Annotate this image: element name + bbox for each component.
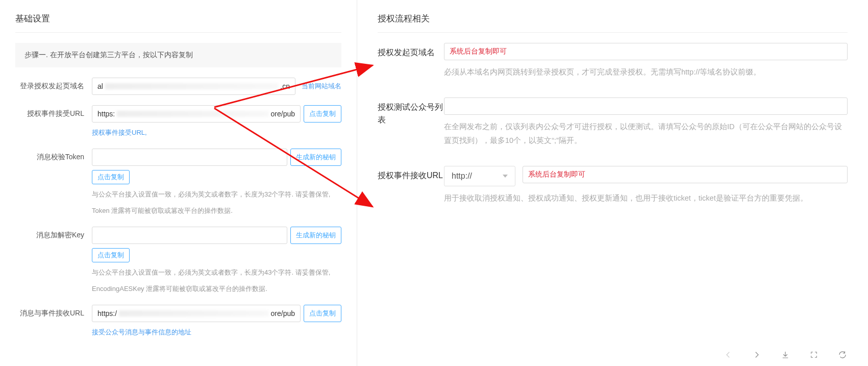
token-input[interactable]: [92, 149, 287, 166]
gen-aeskey-button[interactable]: 生成新的秘钥: [290, 227, 341, 244]
domain-suffix: .cn: [280, 82, 290, 90]
label-auth-domain: 授权发起页域名: [378, 43, 444, 59]
auth-domain-help: 必须从本域名内网页跳转到登录授权页，才可完成登录授权。无需填写http://等域…: [444, 65, 848, 80]
aeskey-helper-2: EncodingAESKey 泄露将可能被窃取或篡改平台的操作数据.: [92, 283, 341, 295]
copy-aeskey-button[interactable]: 点击复制: [92, 248, 130, 262]
copy-msg-url-button[interactable]: 点击复制: [304, 305, 341, 322]
event-url-prefix: https:: [97, 110, 115, 118]
right-panel: 授权流程相关 授权发起页域名 必须从本域名内网页跳转到登录授权页，才可完成登录授…: [357, 0, 868, 366]
event-url-suffix: ore/pub: [271, 110, 295, 118]
next-icon[interactable]: [752, 350, 762, 360]
row-auth-event-url: 授权事件接收URL http:// 用于接收取消授权通知、授权成功通知、授权更新…: [378, 166, 848, 206]
refresh-icon[interactable]: [837, 350, 848, 360]
test-accounts-input[interactable]: [444, 97, 848, 115]
token-helper-2: Token 泄露将可能被窃取或篡改平台的操作数据.: [92, 205, 341, 216]
label-msg-url: 消息与事件接收URL: [15, 305, 92, 318]
row-msg-url: 消息与事件接收URL https:/ ore/pub 点击复制 接受公众号消息与…: [15, 305, 341, 338]
blurred-url: [117, 111, 268, 117]
event-url-helper: 授权事件接受URL,: [92, 127, 341, 138]
label-aeskey: 消息加解密Key: [15, 227, 92, 240]
label-auth-event-url: 授权事件接收URL: [378, 166, 444, 182]
left-title: 基础设置: [15, 13, 341, 33]
login-domain-input[interactable]: al .cn: [92, 78, 295, 95]
token-helper-1: 与公众平台接入设置值一致，必须为英文或者数字，长度为32个字符. 请妥善保管,: [92, 188, 341, 200]
row-test-accounts: 授权测试公众号列表 在全网发布之前，仅该列表内公众号才可进行授权，以便测试。请填…: [378, 97, 848, 148]
auth-event-url-help: 用于接收取消授权通知、授权成功通知、授权更新通知，也用于接收ticket，tic…: [444, 191, 848, 206]
gen-token-button[interactable]: 生成新的秘钥: [290, 149, 341, 166]
left-panel: 基础设置 步骤一. 在开放平台创建第三方平台，按以下内容复制 登录授权发起页域名…: [0, 0, 357, 366]
current-domain-link[interactable]: 当前网站域名: [302, 82, 341, 91]
label-test-accounts: 授权测试公众号列表: [378, 97, 444, 127]
step-header: 步骤一. 在开放平台创建第三方平台，按以下内容复制: [15, 43, 341, 67]
event-url-input[interactable]: https: ore/pub: [92, 105, 301, 123]
test-accounts-help: 在全网发布之前，仅该列表内公众号才可进行授权，以便测试。请填写公众号的原始ID（…: [444, 120, 848, 148]
label-event-url: 授权事件接受URL: [15, 105, 92, 118]
msg-url-suffix: ore/pub: [271, 309, 295, 318]
msg-url-helper: 接受公众号消息与事件信息的地址: [92, 326, 341, 338]
auth-domain-input[interactable]: [444, 43, 848, 60]
auth-event-url-input[interactable]: [523, 166, 848, 183]
copy-token-button[interactable]: 点击复制: [92, 170, 130, 184]
row-token: 消息校验Token 生成新的秘钥 点击复制 与公众平台接入设置值一致，必须为英文…: [15, 149, 341, 216]
viewer-toolbar: [723, 350, 848, 360]
prev-icon[interactable]: [723, 350, 733, 360]
blurred-domain: [105, 83, 278, 89]
msg-url-input[interactable]: https:/ ore/pub: [92, 305, 301, 322]
right-title: 授权流程相关: [378, 13, 848, 33]
aeskey-helper-1: 与公众平台接入设置值一致，必须为英文或者数字，长度为43个字符. 请妥善保管,: [92, 266, 341, 278]
row-auth-domain: 授权发起页域名 必须从本域名内网页跳转到登录授权页，才可完成登录授权。无需填写h…: [378, 43, 848, 80]
protocol-select[interactable]: http://: [444, 166, 515, 186]
protocol-value: http://: [452, 172, 472, 181]
row-aeskey: 消息加解密Key 生成新的秘钥 点击复制 与公众平台接入设置值一致，必须为英文或…: [15, 227, 341, 295]
copy-event-url-button[interactable]: 点击复制: [304, 105, 341, 123]
fullscreen-icon[interactable]: [809, 350, 819, 360]
chevron-down-icon: [503, 175, 508, 178]
blurred-msg-url: [119, 310, 268, 316]
row-event-url: 授权事件接受URL https: ore/pub 点击复制 授权事件接受URL,: [15, 105, 341, 138]
row-login-domain: 登录授权发起页域名 al .cn 当前网站域名: [15, 78, 341, 95]
aeskey-input[interactable]: [92, 227, 287, 244]
msg-url-prefix: https:/: [97, 309, 117, 318]
label-login-domain: 登录授权发起页域名: [15, 78, 92, 91]
label-token: 消息校验Token: [15, 149, 92, 162]
download-icon[interactable]: [780, 350, 790, 360]
domain-prefix: al: [97, 82, 103, 90]
